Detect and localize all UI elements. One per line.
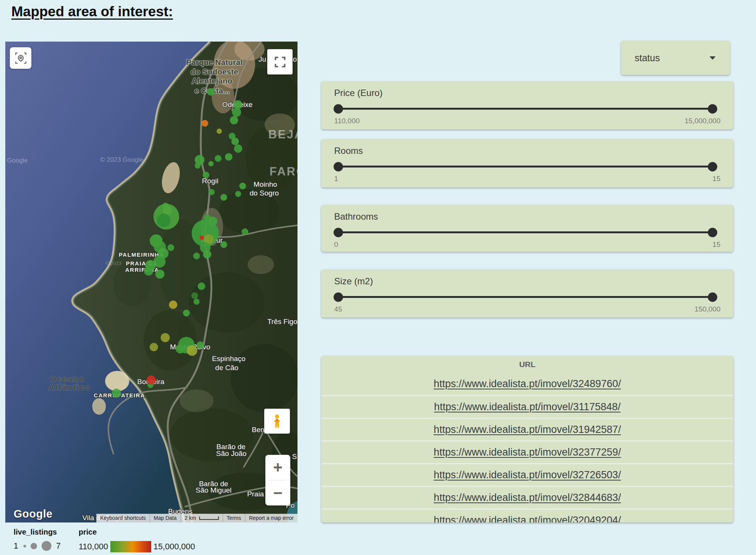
table-row: https://www.idealista.pt/imovel/31175848… [321, 395, 733, 418]
size-slider-track[interactable] [338, 296, 713, 298]
pegman-icon [270, 414, 284, 429]
price-slider-label: Price (Euro) [334, 88, 383, 98]
map-point[interactable] [112, 389, 121, 398]
price-slider-track[interactable] [338, 108, 713, 110]
map-canvas[interactable]: Parque Naturaldo SudoesteAlentejanoe Cos… [5, 42, 297, 522]
map-label: de Cão [215, 364, 238, 372]
select-area-button[interactable] [10, 47, 31, 69]
map-point[interactable] [191, 292, 198, 299]
map-point[interactable] [163, 222, 167, 227]
rooms-slider-track[interactable] [338, 166, 713, 167]
map-data-link[interactable]: Map Data [150, 514, 181, 522]
bathrooms-slider-track[interactable] [338, 231, 713, 233]
price-filter-card: Price (Euro) 110,000 15,000,000 [321, 81, 733, 129]
size-legend-title: live_listings [14, 528, 61, 536]
map-point[interactable] [183, 310, 190, 316]
rooms-slider-handle-min[interactable] [334, 162, 343, 171]
map-point[interactable] [169, 301, 177, 309]
map-point[interactable] [144, 267, 153, 276]
table-row: https://www.idealista.pt/imovel/32049204… [321, 508, 733, 522]
map-point[interactable] [197, 341, 204, 349]
map-label: © 2023 [105, 260, 121, 266]
keyboard-shortcuts-link[interactable]: Keyboard shortcuts [96, 514, 150, 522]
map-point[interactable] [208, 161, 214, 166]
url-link[interactable]: https://www.idealista.pt/imovel/32844683… [434, 492, 621, 504]
bathrooms-filter-card: Bathrooms 0 15 [321, 205, 733, 252]
url-link[interactable]: https://www.idealista.pt/imovel/32049204… [434, 515, 621, 522]
url-link[interactable]: https://www.idealista.pt/imovel/32726503… [434, 469, 621, 481]
map-point[interactable] [235, 191, 241, 197]
map-point[interactable] [200, 236, 204, 240]
map-point[interactable] [232, 108, 241, 117]
report-map-error-link[interactable]: Report a map error [245, 514, 297, 522]
url-link[interactable]: https://www.idealista.pt/imovel/32489760… [434, 378, 621, 390]
bathrooms-min-value: 0 [334, 240, 338, 249]
map-point[interactable] [201, 120, 208, 127]
map-point[interactable] [187, 345, 197, 356]
map-point[interactable] [220, 241, 227, 248]
map-label: Moinho [254, 180, 277, 188]
size-min-value: 45 [334, 305, 342, 313]
map-point[interactable] [203, 172, 209, 178]
map-point[interactable] [220, 194, 227, 201]
url-link[interactable]: https://www.idealista.pt/imovel/31175848… [434, 401, 620, 413]
table-row: https://www.idealista.pt/imovel/32726503… [321, 463, 733, 486]
map-point[interactable] [230, 116, 238, 124]
url-link[interactable]: https://www.idealista.pt/imovel/31942587… [434, 424, 621, 436]
map-point[interactable] [209, 189, 215, 195]
map-point[interactable] [194, 299, 200, 305]
map-point[interactable] [150, 343, 158, 351]
map-point[interactable] [207, 88, 215, 96]
map-label: Alentejano [192, 76, 232, 85]
zoom-out-button[interactable]: − [265, 481, 290, 506]
bathrooms-slider-handle-min[interactable] [334, 228, 343, 237]
url-table: URL https://www.idealista.pt/imovel/3248… [321, 356, 733, 522]
map-point[interactable] [167, 244, 174, 251]
url-link[interactable]: https://www.idealista.pt/imovel/32377259… [434, 446, 621, 458]
map-point[interactable] [198, 282, 205, 290]
map-point[interactable] [217, 129, 222, 134]
map-point[interactable] [239, 183, 246, 189]
map-label: Espinhaço [212, 355, 246, 363]
price-slider-handle-min[interactable] [334, 104, 343, 113]
map-point[interactable] [231, 138, 239, 145]
rooms-slider-handle-max[interactable] [708, 162, 717, 171]
pegman-button[interactable] [264, 409, 290, 434]
size-filter-card: Size (m2) 45 150,000 [321, 270, 733, 318]
price-legend: price 110,000 15,000,000 [79, 528, 195, 552]
terms-link[interactable]: Terms [223, 514, 245, 522]
price-slider-handle-max[interactable] [708, 104, 717, 113]
price-legend-title: price [79, 528, 195, 536]
map-label: Ju [259, 55, 266, 63]
zoom-control: + − [265, 455, 290, 505]
fullscreen-button[interactable] [267, 49, 293, 74]
zoom-in-button[interactable]: + [265, 455, 290, 480]
map-point[interactable] [242, 228, 248, 235]
map-point[interactable] [215, 155, 222, 162]
map-label: o [293, 55, 297, 63]
map-point[interactable] [193, 253, 200, 259]
map-point[interactable] [225, 153, 232, 161]
rooms-min-value: 1 [334, 175, 338, 183]
status-dropdown-label: status [635, 53, 660, 64]
google-logo[interactable]: Google [14, 508, 53, 520]
bathrooms-slider-handle-max[interactable] [708, 228, 717, 237]
size-slider-handle-max[interactable] [708, 292, 717, 302]
map-point[interactable] [176, 344, 185, 353]
map-label: BEJA [268, 128, 297, 141]
bathrooms-slider-label: Bathrooms [334, 211, 378, 222]
size-legend-max: 7 [56, 541, 60, 551]
map-point[interactable] [203, 250, 211, 259]
map-point[interactable] [155, 270, 164, 279]
map-label: Rogil [202, 177, 218, 185]
price-legend-min: 110,000 [79, 542, 108, 552]
map-point[interactable] [234, 144, 242, 153]
map-attribution: Keyboard shortcuts Map Data 2 km Terms R… [96, 514, 297, 522]
size-legend-min: 1 [14, 541, 18, 551]
legend-dot-small [23, 545, 26, 547]
status-dropdown[interactable]: status [621, 41, 730, 75]
size-slider-handle-min[interactable] [334, 292, 343, 302]
map-point[interactable] [161, 333, 170, 342]
map-point[interactable] [195, 163, 201, 169]
map-point[interactable] [147, 375, 156, 384]
